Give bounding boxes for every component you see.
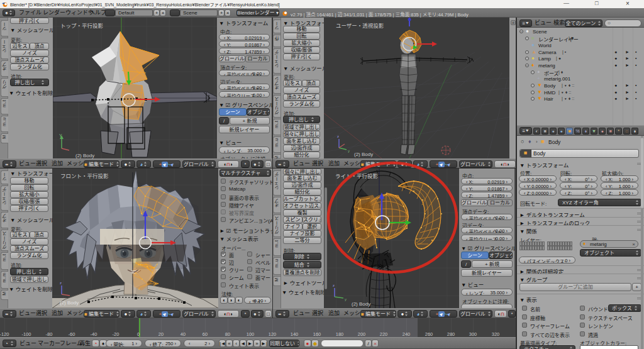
svg-text:(2) Body: (2) Body <box>60 300 79 306</box>
svg-text:(2) Body: (2) Body <box>352 301 370 307</box>
svg-text:(2) Body: (2) Body <box>354 152 373 157</box>
svg-text:z: z <box>60 281 62 285</box>
svg-text:z: z <box>333 284 335 287</box>
svg-text:y: y <box>345 297 347 301</box>
svg-text:y: y <box>348 149 350 153</box>
svg-text:z: z <box>337 135 339 138</box>
svg-text:(2) Body: (2) Body <box>75 153 94 158</box>
svg-text:Y: Y <box>59 133 62 138</box>
